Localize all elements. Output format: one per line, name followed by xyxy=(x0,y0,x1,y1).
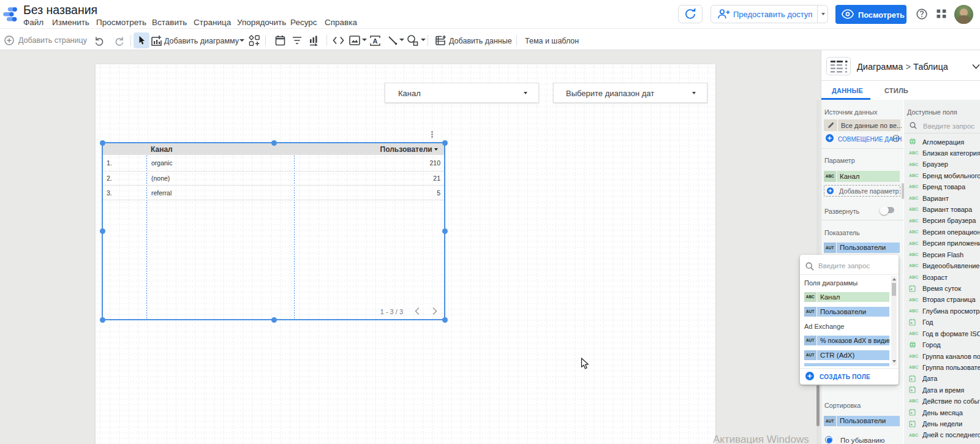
svg-text:?: ? xyxy=(895,136,897,141)
svg-text:A: A xyxy=(373,37,378,45)
